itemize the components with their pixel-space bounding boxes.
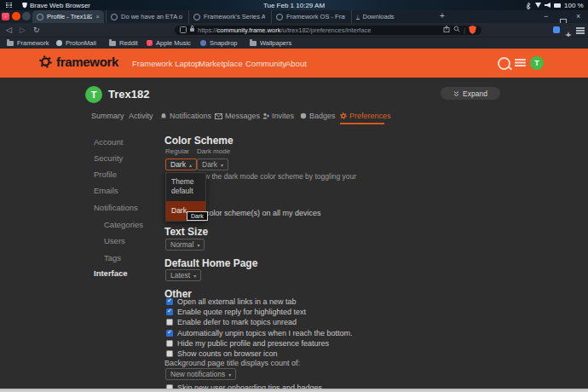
wifi-icon[interactable] [535, 3, 541, 8]
snapdrop-icon [200, 40, 206, 46]
checkbox-row[interactable]: Enable quote reply for highlighted text [166, 308, 306, 316]
expand-button[interactable]: Expand [441, 87, 500, 100]
browser-tab[interactable]: Do we have an ETA on Alder L [106, 10, 187, 23]
checkbox-unchecked-icon[interactable] [166, 340, 173, 347]
dark-scheme-select[interactable]: Dark▾ [197, 159, 228, 170]
download-icon: ↓ [356, 14, 360, 20]
sidebar-item-categories[interactable]: Categories [104, 220, 143, 229]
header-avatar[interactable]: T [530, 56, 544, 70]
window-minimize-button[interactable]: − [544, 12, 548, 20]
browser-menu-icon[interactable] [576, 27, 585, 29]
battery-percent[interactable]: 100 % [564, 2, 584, 9]
checkbox-unchecked-icon[interactable] [166, 319, 173, 326]
tab-title: Framework OS - Framework L [286, 13, 345, 20]
sidebar-item-emails[interactable]: Emails [94, 186, 118, 195]
text-size-select[interactable]: Normal▾ [165, 239, 205, 251]
bookmark-folder-wallpapers[interactable]: Wallpapers [250, 37, 291, 49]
bookmark-label: Apple Music [156, 39, 191, 47]
title-count-select[interactable]: New notifications▾ [165, 368, 236, 380]
pinned-tab-reddit-icon[interactable] [12, 12, 20, 20]
sidebar-item-users[interactable]: Users [104, 236, 125, 245]
profile-avatar[interactable]: T [85, 86, 102, 103]
window-close-button[interactable]: × [576, 12, 580, 20]
user-plus-icon [262, 112, 269, 119]
wallet-icon[interactable] [553, 26, 560, 33]
menu-option-theme-default[interactable]: Theme default [166, 173, 205, 201]
forward-icon[interactable]: ▷ [20, 26, 26, 34]
profile-username: Trex182 [108, 88, 149, 101]
tab-invites[interactable]: Invites [262, 112, 294, 120]
bookmark-snapdrop[interactable]: Snapdrop [200, 37, 238, 49]
checkbox-row[interactable]: Automatically unpin topics when I reach … [166, 329, 353, 337]
bookmark-protonmail[interactable]: ProtonMail [56, 37, 96, 49]
checkbox-unchecked-icon[interactable] [166, 350, 173, 357]
sidebar-item-security[interactable]: Security [94, 153, 123, 163]
tab-notifications[interactable]: Notifications [160, 112, 211, 120]
browser-tab-downloads[interactable]: ↓ Downloads [351, 10, 419, 23]
bookmark-apple-music[interactable]: ♪ Apple Music [147, 37, 191, 49]
checkbox-row[interactable]: Show counts on browser icon [166, 349, 278, 358]
close-tab-icon[interactable]: × [95, 13, 100, 20]
nav-marketplace[interactable]: Marketplace [199, 59, 243, 68]
brand-wordmark: framework [56, 55, 118, 69]
site-icon[interactable] [180, 26, 187, 33]
checkbox-row[interactable]: Enable defer to mark topics unread [166, 318, 297, 326]
volume-icon[interactable] [545, 3, 551, 8]
share-icon[interactable] [443, 26, 450, 34]
tab-activity[interactable]: Activity [129, 112, 153, 120]
bluetooth-icon[interactable] [526, 3, 531, 11]
dark-mode-hint-text: w the dark mode color scheme by toggling… [205, 172, 358, 181]
clock[interactable]: Tue Feb 1 10:29 AM [256, 2, 332, 9]
browser-tab[interactable]: Framework's Series A and the [188, 10, 269, 23]
zoom-icon[interactable] [453, 26, 460, 34]
new-tab-button[interactable]: + [440, 11, 445, 20]
folder-icon [109, 41, 116, 46]
browser-tab[interactable]: Framework OS - Framework L [271, 10, 349, 23]
framework-favicon [276, 14, 283, 20]
apply-all-devices-label[interactable]: color scheme(s) on all my devices [205, 209, 321, 217]
tab-badges[interactable]: Badges [300, 112, 336, 120]
chevron-up-icon: ▴ [189, 162, 192, 168]
lock-icon[interactable] [190, 28, 194, 32]
pinned-tab-apple-music-icon[interactable]: ♪ [2, 13, 9, 20]
sidebar-item-profile[interactable]: Profile [94, 170, 117, 179]
home-page-select[interactable]: Latest▾ [165, 269, 201, 281]
tab-preferences[interactable]: Preferences [340, 112, 391, 120]
framework-logo[interactable]: framework [39, 55, 118, 69]
dark-mode-label: Dark mode [197, 147, 230, 155]
checkbox-checked-icon[interactable] [166, 330, 173, 337]
checkbox-row[interactable]: Hide my public profile and presence feat… [166, 339, 329, 348]
bookmark-folder-framework[interactable]: Framework [7, 37, 49, 49]
browser-tab-active[interactable]: Profile - Trex182 - Framew × [32, 10, 104, 23]
back-icon[interactable]: ◁ [6, 26, 12, 34]
battery-icon[interactable] [554, 3, 561, 8]
pinned-tab-icon[interactable] [22, 12, 31, 20]
reload-icon[interactable]: ↻ [33, 26, 40, 34]
envelope-icon [215, 113, 222, 119]
sidebar-item-account[interactable]: Account [94, 137, 123, 147]
tab-summary[interactable]: Summary [91, 112, 124, 120]
sidebar-item-interface[interactable]: Interface [94, 268, 128, 278]
regular-scheme-select[interactable]: Dark▴ [165, 159, 197, 170]
activities-grid-icon[interactable] [6, 3, 12, 9]
bookmark-folder-reddit[interactable]: Reddit [109, 37, 138, 49]
app-menu-label[interactable]: Brave Web Browser [30, 2, 90, 9]
checkbox-row[interactable]: Open all external links in a new tab [166, 297, 297, 306]
checkbox-checked-icon[interactable] [166, 298, 173, 305]
sidebar-item-tags[interactable]: Tags [104, 253, 121, 262]
brave-shield-icon[interactable] [469, 26, 476, 34]
protonmail-icon [56, 40, 62, 46]
nav-community[interactable]: Community [245, 59, 286, 68]
nav-framework-laptop[interactable]: Framework Laptop [132, 59, 199, 68]
tab-messages[interactable]: Messages [215, 112, 260, 120]
bottom-edge-strip [0, 389, 588, 392]
url-text[interactable]: https://community.frame.work/u/trex182/p… [198, 26, 440, 34]
search-icon[interactable] [498, 57, 510, 70]
url-field[interactable]: https://community.frame.work/u/trex182/p… [175, 26, 481, 35]
nav-about[interactable]: About [285, 59, 307, 68]
checkbox-checked-icon[interactable] [166, 308, 173, 315]
framework-favicon [111, 14, 118, 20]
site-menu-icon[interactable] [515, 59, 526, 61]
sidebar-item-notifications[interactable]: Notifications [94, 203, 138, 212]
title-count-label: Background page title displays count of: [164, 359, 300, 367]
